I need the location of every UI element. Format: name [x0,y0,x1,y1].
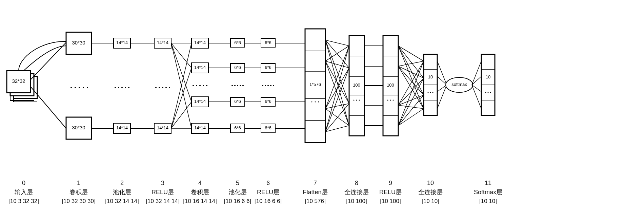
edges-10-softmax [437,61,447,109]
svg-text:8: 8 [355,180,358,186]
layer7-flatten: 1*576 [305,29,325,143]
svg-text:卷积层: 卷积层 [69,189,88,196]
svg-point-82 [267,85,269,86]
svg-point-83 [270,85,271,86]
svg-text:10: 10 [427,180,434,186]
layer11-softmax: 10 [481,54,495,115]
svg-text:9: 9 [389,180,392,186]
svg-text:2: 2 [120,180,124,186]
svg-line-32 [171,43,192,102]
svg-text:6*6: 6*6 [234,40,241,45]
svg-point-132 [390,100,391,101]
svg-point-20 [128,87,129,88]
layer9-node-label: 100 [387,82,394,88]
svg-point-17 [118,87,119,88]
svg-text:RELU层: RELU层 [152,189,174,196]
svg-point-156 [432,92,434,93]
layer3-relu: 14*14 14*14 [154,38,171,133]
layer10-node-label: 10 [428,74,433,79]
svg-text:7: 7 [314,180,317,186]
svg-text:RELU层: RELU层 [257,189,279,196]
cnn-diagram: 32*32 30*30 30*30 [0,0,644,220]
svg-text:4: 4 [198,180,202,186]
layer4-conv: 14*14 14*14 14*14 14*14 [192,38,208,133]
svg-point-16 [115,87,116,88]
svg-point-118 [354,100,355,101]
layer8-node-label: 100 [353,82,360,88]
layer3-node-bot: 14*14 [157,125,168,130]
svg-point-7 [71,87,72,88]
svg-point-26 [159,87,160,88]
svg-text:[10 16 6 6]: [10 16 6 6] [224,198,251,204]
svg-line-98 [325,40,349,68]
svg-point-65 [237,85,238,86]
svg-point-171 [488,92,489,93]
svg-point-46 [193,85,194,86]
svg-point-131 [387,100,388,101]
svg-text:6*6: 6*6 [234,65,241,70]
svg-text:5: 5 [236,180,239,186]
svg-line-35 [171,68,192,128]
svg-point-66 [240,85,241,86]
svg-point-9 [79,87,80,88]
edges-softmax-11 [472,61,481,109]
diagram-body: 32*32 30*30 30*30 [7,29,495,143]
svg-text:0: 0 [22,180,25,186]
svg-text:[10 32 30 30]: [10 32 30 30] [62,198,95,204]
svg-line-157 [437,61,447,85]
svg-text:1: 1 [77,180,80,186]
svg-point-49 [203,85,204,86]
svg-point-64 [234,85,236,86]
svg-line-144 [398,95,424,105]
layer1-node-top: 30*30 [72,40,85,45]
layer9-relu: 100 [383,36,398,136]
layer5-pool: 6*6 6*6 6*6 6*6 [230,38,245,133]
svg-point-84 [273,85,274,86]
svg-text:[10 32 14 14]: [10 32 14 14] [105,198,139,204]
svg-point-95 [315,102,316,103]
svg-text:6*6: 6*6 [234,125,241,130]
svg-line-103 [325,61,349,104]
svg-line-97 [325,40,349,46]
svg-text:6*6: 6*6 [265,40,271,45]
svg-point-19 [125,87,126,88]
svg-point-170 [485,92,486,93]
svg-text:[10 10]: [10 10] [422,198,439,204]
svg-text:[10 16 14 14]: [10 16 14 14] [183,198,217,204]
svg-text:14*14: 14*14 [194,125,206,130]
captions: 0 输入层 [10 3 32 32] 1 卷积层 [10 32 30 30] 2… [8,180,502,204]
layer1-node-bot: 30*30 [72,125,85,130]
svg-text:6*6: 6*6 [265,99,271,104]
layer2-node-bot: 14*14 [116,125,128,130]
svg-text:14*14: 14*14 [194,40,206,45]
layer2-pool: 14*14 14*14 [114,38,130,133]
svg-text:6*6: 6*6 [234,99,241,104]
svg-line-108 [325,109,349,126]
svg-point-67 [242,85,244,86]
svg-text:14*14: 14*14 [194,99,206,104]
svg-point-25 [155,87,157,88]
svg-point-119 [356,100,357,101]
svg-text:[10 3 32 32]: [10 3 32 32] [8,198,39,204]
svg-text:6: 6 [266,180,270,186]
svg-point-63 [232,85,233,86]
svg-text:RELU层: RELU层 [379,189,402,196]
svg-point-81 [265,85,266,86]
svg-line-102 [325,61,349,68]
svg-point-154 [428,92,429,93]
edges-3-4 [171,43,192,128]
svg-text:Softmax层: Softmax层 [474,189,502,196]
svg-line-137 [398,46,424,109]
svg-point-120 [359,100,360,101]
svg-line-148 [398,95,424,126]
svg-point-96 [318,102,319,103]
svg-point-155 [430,92,431,93]
layer0-node-label: 32*32 [12,78,25,84]
svg-point-50 [206,85,207,86]
edges-7-8 [325,40,349,132]
svg-text:卷积层: 卷积层 [191,189,209,196]
edges-9-10 [398,46,424,126]
svg-text:Flatten层: Flatten层 [303,189,327,196]
svg-point-94 [311,102,313,103]
layer1-conv: 30*30 30*30 [66,32,92,139]
